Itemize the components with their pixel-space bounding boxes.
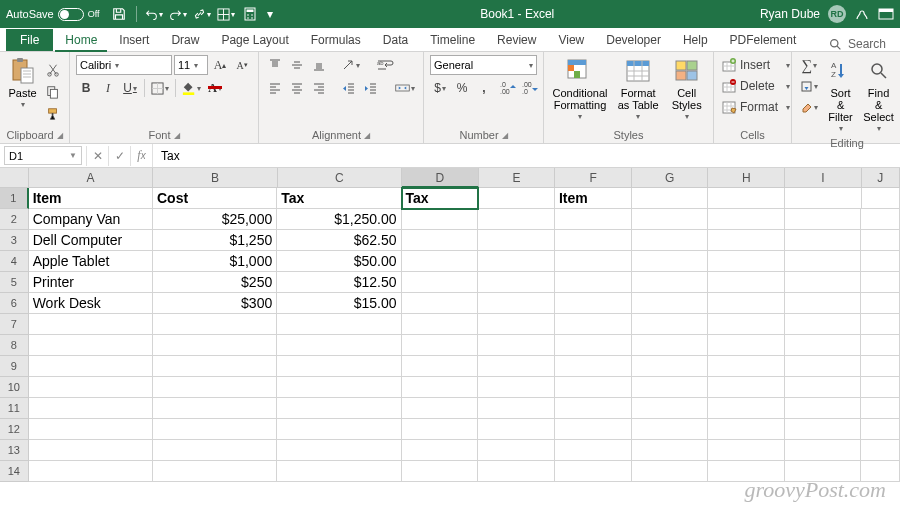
sort-filter-button[interactable]: AZ Sort & Filter▾ bbox=[824, 55, 857, 136]
align-center-icon[interactable] bbox=[287, 78, 307, 98]
cell-B10[interactable] bbox=[153, 377, 277, 398]
align-bottom-icon[interactable] bbox=[309, 55, 329, 75]
alignment-dialog-launcher[interactable]: ◢ bbox=[364, 131, 370, 140]
cell-D6[interactable] bbox=[402, 293, 479, 314]
column-header-J[interactable]: J bbox=[862, 168, 900, 188]
column-header-B[interactable]: B bbox=[153, 168, 277, 188]
cell-E13[interactable] bbox=[478, 440, 555, 461]
cell-J7[interactable] bbox=[861, 314, 900, 335]
column-header-I[interactable]: I bbox=[785, 168, 862, 188]
tab-file[interactable]: File bbox=[6, 29, 53, 51]
cell-I1[interactable] bbox=[785, 188, 862, 209]
cell-C6[interactable]: $15.00 bbox=[277, 293, 401, 314]
select-all-corner[interactable] bbox=[0, 168, 29, 188]
row-header-11[interactable]: 11 bbox=[0, 398, 29, 419]
cell-G5[interactable] bbox=[632, 272, 709, 293]
cell-D2[interactable] bbox=[402, 209, 479, 230]
row-header-1[interactable]: 1 bbox=[0, 188, 29, 209]
tab-view[interactable]: View bbox=[548, 29, 594, 51]
column-header-H[interactable]: H bbox=[708, 168, 785, 188]
cell-E3[interactable] bbox=[478, 230, 555, 251]
cell-H9[interactable] bbox=[708, 356, 785, 377]
cell-B14[interactable] bbox=[153, 461, 277, 482]
cell-A10[interactable] bbox=[29, 377, 153, 398]
cell-B3[interactable]: $1,250 bbox=[153, 230, 277, 251]
cell-E1[interactable] bbox=[478, 188, 555, 209]
row-header-7[interactable]: 7 bbox=[0, 314, 29, 335]
cell-F12[interactable] bbox=[555, 419, 632, 440]
cell-A5[interactable]: Printer bbox=[29, 272, 153, 293]
cell-D4[interactable] bbox=[402, 251, 479, 272]
calculator-icon[interactable] bbox=[241, 5, 259, 23]
number-format-combo[interactable]: General▾ bbox=[430, 55, 537, 75]
cell-F6[interactable] bbox=[555, 293, 632, 314]
search-box[interactable]: Search bbox=[821, 37, 894, 51]
cell-E7[interactable] bbox=[478, 314, 555, 335]
formula-input[interactable]: Tax bbox=[152, 144, 900, 167]
qat-customize-icon[interactable]: ▾ bbox=[265, 5, 275, 23]
cell-J3[interactable] bbox=[861, 230, 900, 251]
row-header-6[interactable]: 6 bbox=[0, 293, 29, 314]
cell-I14[interactable] bbox=[785, 461, 862, 482]
tab-home[interactable]: Home bbox=[55, 29, 107, 52]
name-box[interactable]: D1▼ bbox=[4, 146, 82, 165]
cell-I13[interactable] bbox=[785, 440, 862, 461]
cell-J1[interactable] bbox=[862, 188, 901, 209]
decrease-decimal-icon[interactable]: .00.0 bbox=[520, 78, 540, 98]
format-as-table-button[interactable]: Format as Table▾ bbox=[614, 55, 662, 128]
tab-timeline[interactable]: Timeline bbox=[420, 29, 485, 51]
cell-B6[interactable]: $300 bbox=[153, 293, 277, 314]
link-icon[interactable]: ▾ bbox=[193, 5, 211, 23]
column-header-D[interactable]: D bbox=[402, 168, 479, 188]
cell-J9[interactable] bbox=[861, 356, 900, 377]
accounting-format-icon[interactable]: $ bbox=[430, 78, 450, 98]
cell-F5[interactable] bbox=[555, 272, 632, 293]
cell-C1[interactable]: Tax bbox=[277, 188, 401, 209]
cell-A12[interactable] bbox=[29, 419, 153, 440]
cell-J4[interactable] bbox=[861, 251, 900, 272]
paste-button[interactable]: Paste ▾ bbox=[6, 55, 39, 128]
cell-J8[interactable] bbox=[861, 335, 900, 356]
column-header-G[interactable]: G bbox=[632, 168, 709, 188]
tab-help[interactable]: Help bbox=[673, 29, 718, 51]
coming-soon-icon[interactable] bbox=[854, 6, 870, 22]
cell-A4[interactable]: Apple Tablet bbox=[29, 251, 153, 272]
cell-H6[interactable] bbox=[708, 293, 785, 314]
cell-G10[interactable] bbox=[632, 377, 709, 398]
cell-E5[interactable] bbox=[478, 272, 555, 293]
tab-review[interactable]: Review bbox=[487, 29, 546, 51]
cell-F3[interactable] bbox=[555, 230, 632, 251]
cell-D12[interactable] bbox=[402, 419, 479, 440]
cell-A3[interactable]: Dell Computer bbox=[29, 230, 153, 251]
cell-B1[interactable]: Cost bbox=[153, 188, 277, 209]
cell-A1[interactable]: Item bbox=[29, 188, 153, 209]
copy-icon[interactable] bbox=[43, 82, 63, 102]
cell-H7[interactable] bbox=[708, 314, 785, 335]
cell-H14[interactable] bbox=[708, 461, 785, 482]
cell-I4[interactable] bbox=[785, 251, 862, 272]
decrease-font-icon[interactable]: A▾ bbox=[232, 55, 252, 75]
cell-J12[interactable] bbox=[861, 419, 900, 440]
cell-F9[interactable] bbox=[555, 356, 632, 377]
cell-I3[interactable] bbox=[785, 230, 862, 251]
cell-D10[interactable] bbox=[402, 377, 479, 398]
cell-C10[interactable] bbox=[277, 377, 401, 398]
cell-G14[interactable] bbox=[632, 461, 709, 482]
row-header-4[interactable]: 4 bbox=[0, 251, 29, 272]
tab-formulas[interactable]: Formulas bbox=[301, 29, 371, 51]
cell-H5[interactable] bbox=[708, 272, 785, 293]
cell-C4[interactable]: $50.00 bbox=[277, 251, 401, 272]
border-icon[interactable]: ▾ bbox=[217, 5, 235, 23]
cell-H12[interactable] bbox=[708, 419, 785, 440]
cell-F7[interactable] bbox=[555, 314, 632, 335]
fill-button[interactable] bbox=[798, 76, 820, 96]
cell-C11[interactable] bbox=[277, 398, 401, 419]
insert-cells-button[interactable]: Insert▾ bbox=[720, 55, 792, 75]
fx-icon[interactable]: fx bbox=[130, 146, 152, 166]
cell-A9[interactable] bbox=[29, 356, 153, 377]
orientation-icon[interactable] bbox=[339, 55, 362, 75]
row-header-10[interactable]: 10 bbox=[0, 377, 29, 398]
cell-C5[interactable]: $12.50 bbox=[277, 272, 401, 293]
user-name[interactable]: Ryan Dube bbox=[760, 7, 820, 21]
row-header-9[interactable]: 9 bbox=[0, 356, 29, 377]
